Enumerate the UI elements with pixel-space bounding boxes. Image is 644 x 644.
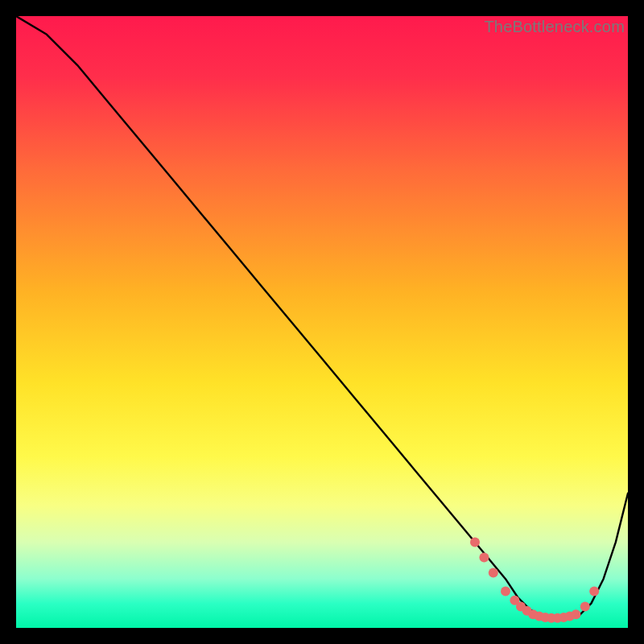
curve-marker [479, 553, 489, 563]
plot-area [16, 16, 628, 628]
curve-marker [571, 609, 580, 619]
curve-marker [470, 538, 480, 547]
curve-marker [589, 586, 599, 596]
gradient-bg [16, 16, 628, 628]
curve-marker [501, 586, 510, 596]
curve-marker [489, 568, 498, 578]
chart-frame: TheBottleneck.com [16, 16, 628, 628]
watermark-text: TheBottleneck.com [484, 18, 625, 36]
chart-svg [16, 16, 628, 628]
curve-marker [580, 601, 590, 611]
